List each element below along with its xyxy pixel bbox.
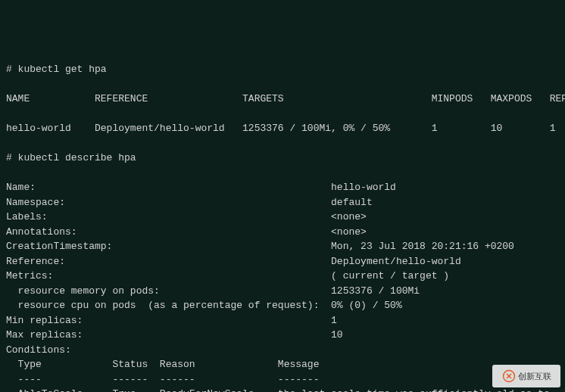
describe-line: Max replicas: 10 [6, 328, 559, 343]
watermark-icon [502, 369, 516, 383]
describe-line: Reference: Deployment/hello-world [6, 254, 559, 269]
describe-line: resource memory on pods: 1253376 / 100Mi [6, 284, 559, 299]
describe-line: Metrics: ( current / target ) [6, 269, 559, 284]
describe-line: Min replicas: 1 [6, 313, 559, 328]
watermark-logo: 创新互联 [492, 365, 560, 387]
describe-line: AbleToScale True ReadyForNewScale the la… [6, 387, 559, 392]
get-hpa-row: hello-world Deployment/hello-world 12533… [6, 121, 559, 136]
describe-output: Name: hello-worldNamespace: defaultLabel… [6, 180, 559, 392]
describe-line: Name: hello-world [6, 180, 559, 195]
describe-line: resource cpu on pods (as a percentage of… [6, 298, 559, 313]
cmd-get-hpa: # kubectl get hpa [6, 62, 559, 77]
describe-line: Conditions: [6, 343, 559, 358]
cmd-describe-hpa: # kubectl describe hpa [6, 151, 559, 166]
describe-line: CreationTimestamp: Mon, 23 Jul 2018 20:2… [6, 239, 559, 254]
watermark-text: 创新互联 [518, 370, 551, 383]
describe-line: Type Status Reason Message [6, 357, 559, 372]
get-hpa-header: NAME REFERENCE TARGETS MINPODS MAXPODS R… [6, 92, 559, 107]
describe-line: Annotations: <none> [6, 225, 559, 240]
describe-line: Namespace: default [6, 195, 559, 210]
describe-line: ---- ------ ------ ------- [6, 372, 559, 387]
describe-line: Labels: <none> [6, 210, 559, 225]
